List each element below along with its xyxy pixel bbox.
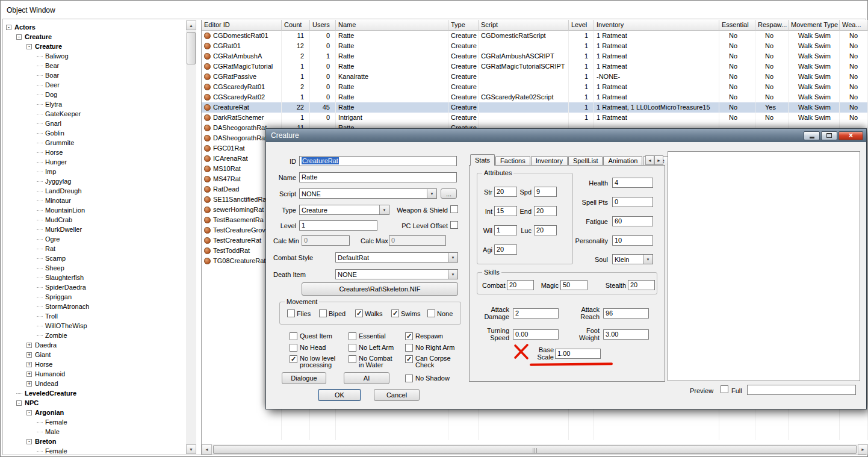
tree-item-elytra[interactable]: Elytra	[4, 99, 185, 109]
id-field[interactable]: CreatureRat	[299, 156, 457, 166]
collapse-icon[interactable]: -	[26, 410, 32, 415]
tree-item-npc[interactable]: -NPC	[4, 398, 185, 408]
tree-item-giant[interactable]: +Giant	[4, 350, 185, 359]
tree-item-horse[interactable]: +Horse	[4, 359, 185, 369]
flag-no-left-arm[interactable]: No Left Arm	[349, 344, 394, 352]
flag-essential[interactable]: Essential	[349, 332, 386, 340]
tree-item-humanoid[interactable]: +Humanoid	[4, 369, 185, 379]
collapse-icon[interactable]: -	[16, 34, 22, 40]
column-header-name[interactable]: Name	[336, 20, 448, 31]
model-file-button[interactable]: Creatures\Rat\Skeleton.NIF	[302, 282, 458, 296]
tree-item-deer[interactable]: Deer	[4, 80, 185, 90]
table-row-cgscaredyrat01[interactable]: CGScaredyRat0120RatteCreature11 RatmeatN…	[202, 82, 868, 92]
tree-item-leveledcreature[interactable]: LeveledCreature	[4, 388, 185, 398]
no-shadow-checkbox[interactable]	[405, 375, 413, 382]
tree-item-scamp[interactable]: Scamp	[4, 253, 185, 263]
expand-icon[interactable]: +	[26, 381, 32, 387]
column-header-wea[interactable]: Wea...	[840, 20, 868, 31]
flag-no-low-level-processing[interactable]: No low level processing	[290, 355, 337, 368]
table-row-cgratpassive[interactable]: CGRatPassive10KanalratteCreature1-NONE-N…	[202, 72, 868, 82]
movement-option-biped[interactable]: Biped	[319, 309, 346, 317]
flag-no-combat-in-water[interactable]: No Combat in Water	[349, 355, 396, 368]
movement-option-walks[interactable]: Walks	[355, 309, 383, 317]
checkbox-flies[interactable]	[287, 309, 295, 317]
column-header-respaw[interactable]: Respaw...	[755, 20, 789, 31]
column-header-script[interactable]: Script	[479, 20, 569, 31]
table-row-cgratmagictutorial[interactable]: CGRatMagicTutorial10RatteCreatureCGRatMa…	[202, 61, 868, 72]
tree-item-gnarl[interactable]: Gnarl	[4, 119, 185, 128]
object-window-titlebar[interactable]: Object Window	[1, 1, 663, 19]
checkbox-respawn[interactable]	[405, 332, 413, 340]
chevron-down-icon[interactable]: ▼	[448, 270, 457, 279]
checkbox-no-left-arm[interactable]	[349, 344, 356, 352]
tree-item-rat[interactable]: Rat	[4, 244, 185, 253]
type-dropdown[interactable]: Creature ▼	[299, 205, 389, 215]
tree-item-creature[interactable]: -Creature	[4, 32, 185, 42]
flag-respawn[interactable]: Respawn	[405, 332, 443, 340]
no-shadow-flag[interactable]: No Shadow	[405, 375, 450, 382]
tree-item-imp[interactable]: Imp	[4, 167, 185, 176]
table-row-cgdomesticrat01[interactable]: CGDomesticRat01110RatteCreatureCGDomesti…	[202, 31, 868, 41]
movement-option-swims[interactable]: Swims	[391, 309, 420, 317]
hscrollbar-thumb[interactable]	[213, 445, 857, 454]
tree-item-landdreugh[interactable]: LandDreugh	[4, 186, 185, 196]
tree-item-daedra[interactable]: +Daedra	[4, 340, 185, 350]
script-dropdown[interactable]: NONE ▼	[299, 188, 437, 199]
scroll-right-icon[interactable]: ►	[858, 444, 868, 455]
column-header-count[interactable]: Count	[282, 20, 310, 31]
column-header-essential[interactable]: Essential	[719, 20, 755, 31]
table-row-darkratschemer[interactable]: DarkRatSchemer10IntrigantCreature11 Ratm…	[202, 113, 868, 123]
vital-field-spell-pts[interactable]: 0	[612, 197, 653, 207]
attribute-field-int[interactable]: 15	[494, 206, 517, 216]
preview-full-checkbox[interactable]	[721, 385, 728, 393]
checkbox-no-right-arm[interactable]	[405, 344, 413, 352]
tree-item-zombie[interactable]: Zombie	[4, 331, 185, 340]
collapse-icon[interactable]: -	[26, 44, 32, 49]
tree-item-breton[interactable]: -Breton	[4, 437, 185, 446]
tree-item-argonian[interactable]: -Argonian	[4, 408, 185, 417]
table-row-cgscaredyrat02[interactable]: CGScaredyRat0210RatteCreatureCGScaredyRa…	[202, 92, 868, 102]
stat-field-attack-damage[interactable]: 2	[513, 308, 559, 319]
tree-item-jyggylag[interactable]: Jyggylag	[4, 176, 185, 186]
stat-field-foot-weight[interactable]: 3.00	[603, 329, 649, 340]
chevron-down-icon[interactable]: ▼	[379, 205, 389, 214]
flag-no-head[interactable]: No Head	[290, 344, 326, 352]
checkbox-no-combat-in-water[interactable]	[349, 355, 356, 363]
tree-item-goblin[interactable]: Goblin	[4, 128, 185, 138]
tree-item-baliwog[interactable]: Baliwog	[4, 51, 185, 61]
scroll-down-icon[interactable]: ▼	[186, 444, 196, 454]
flag-can-corpse-check[interactable]: Can Corpse Check	[405, 355, 453, 368]
ok-button[interactable]: OK	[318, 389, 361, 401]
flag-no-right-arm[interactable]: No Right Arm	[405, 344, 454, 352]
table-row-creaturerat[interactable]: CreatureRat2245RatteCreature11 Ratmeat, …	[202, 102, 868, 113]
skill-field-combat[interactable]: 20	[507, 280, 534, 290]
tree-item-dog[interactable]: Dog	[4, 90, 185, 99]
vital-field-health[interactable]: 4	[612, 178, 653, 188]
attribute-field-luc[interactable]: 20	[534, 225, 557, 235]
tab-stats[interactable]: Stats	[470, 154, 495, 166]
base-scale-field[interactable]: 1.00	[555, 349, 601, 359]
checkbox-swims[interactable]	[391, 309, 399, 317]
stat-field-turning-speed[interactable]: 0.00	[513, 329, 559, 340]
tab-spelllist[interactable]: SpellList	[568, 156, 603, 165]
tree-item-female[interactable]: Female	[4, 417, 185, 427]
column-header-movement-type[interactable]: Movement Type	[789, 20, 840, 31]
tree-item-boar[interactable]: Boar	[4, 70, 185, 80]
collapse-icon[interactable]: -	[6, 25, 11, 30]
weapon-shield-checkbox[interactable]	[450, 205, 458, 213]
tab-scroll-right-icon[interactable]: ►	[654, 155, 663, 165]
tree-item-gatekeeper[interactable]: GateKeeper	[4, 109, 185, 119]
checkbox-can-corpse-check[interactable]	[405, 355, 413, 363]
combat-style-dropdown[interactable]: DefaultRat ▼	[335, 252, 458, 263]
vital-field-fatigue[interactable]: 60	[612, 216, 653, 226]
expand-icon[interactable]: +	[26, 372, 32, 377]
tab-scroll-left-icon[interactable]: ◄	[645, 155, 654, 165]
tree-item-slaughterfish[interactable]: Slaughterfish	[4, 273, 185, 282]
attribute-field-agi[interactable]: 20	[494, 244, 517, 255]
movement-option-flies[interactable]: Flies	[287, 309, 311, 317]
tree-item-stormatronach[interactable]: StormAtronach	[4, 302, 185, 311]
tree-item-bear[interactable]: Bear	[4, 61, 185, 70]
tree-item-murkdweller[interactable]: MurkDweller	[4, 225, 185, 234]
tree-item-male[interactable]: Male	[4, 427, 185, 437]
tree-item-horse[interactable]: Horse	[4, 148, 185, 157]
